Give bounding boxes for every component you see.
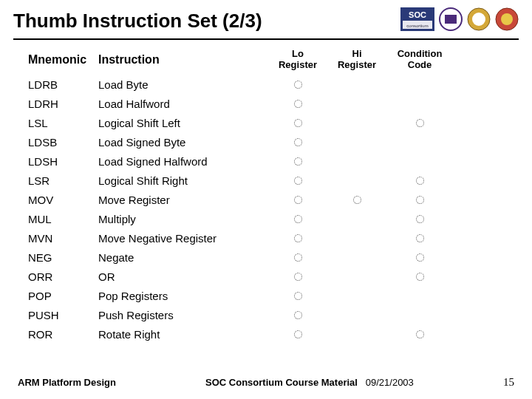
mnemonic-cell: MOV xyxy=(28,194,98,206)
condition-code-cell xyxy=(386,117,453,129)
instruction-cell: Logical Shift Left xyxy=(98,117,268,129)
table-row: LSLLogical Shift Left xyxy=(28,114,511,133)
instruction-cell: Push Registers xyxy=(98,309,268,321)
svg-point-9 xyxy=(501,13,513,25)
operand-marker-icon xyxy=(416,196,424,204)
operand-marker-icon xyxy=(416,253,424,262)
lo-register-cell xyxy=(268,232,327,245)
mnemonic-cell: LSR xyxy=(28,174,98,187)
lo-register-cell xyxy=(268,270,327,283)
operand-marker-icon xyxy=(294,311,302,319)
lo-register-cell xyxy=(268,290,327,302)
operand-marker-icon xyxy=(416,177,424,185)
instruction-cell: OR xyxy=(98,270,268,283)
table-row: LDRHLoad Halfword xyxy=(28,95,511,114)
condition-code-cell xyxy=(386,232,453,245)
operand-marker-icon xyxy=(294,81,302,89)
operand-marker-icon xyxy=(294,138,302,146)
lo-register-cell xyxy=(268,117,327,129)
mnemonic-cell: ROR xyxy=(28,328,98,341)
instruction-cell: Logical Shift Right xyxy=(98,174,268,187)
svg-rect-5 xyxy=(445,15,457,24)
table-row: LDSBLoad Signed Byte xyxy=(28,133,511,152)
title-rule xyxy=(13,38,519,40)
footer-center: SOC Consortium Course Material 09/21/200… xyxy=(116,377,503,388)
table-row: MOVMove Register xyxy=(28,191,511,210)
lo-register-cell xyxy=(268,155,327,168)
instruction-cell: Load Byte xyxy=(98,78,268,91)
instruction-cell: Load Halfword xyxy=(98,98,268,110)
mnemonic-cell: LSL xyxy=(28,117,98,129)
operand-marker-icon xyxy=(416,234,424,242)
instruction-cell: Rotate Right xyxy=(98,328,268,341)
slide-footer: ARM Platform Design SOC Consortium Cours… xyxy=(0,376,532,389)
table-row: MVNMove Negative Register xyxy=(28,229,511,248)
university-logo-1-icon xyxy=(439,7,463,34)
lo-register-cell xyxy=(268,98,327,110)
lo-register-cell xyxy=(268,78,327,91)
col-instruction: Instruction xyxy=(98,53,268,71)
university-logo-2-icon xyxy=(467,7,491,34)
page-title: Thumb Instruction Set (2/3) xyxy=(13,10,262,33)
mnemonic-cell: LDRH xyxy=(28,98,98,110)
instruction-cell: Pop Registers xyxy=(98,290,268,302)
instruction-cell: Load Signed Byte xyxy=(98,136,268,149)
mnemonic-cell: POP xyxy=(28,290,98,302)
table-row: MULMultiply xyxy=(28,210,511,229)
condition-code-cell xyxy=(386,174,453,187)
lo-register-cell xyxy=(268,251,327,264)
instruction-cell: Move Register xyxy=(98,194,268,206)
table-row: ORROR xyxy=(28,267,511,287)
lo-register-cell xyxy=(268,174,327,187)
operand-marker-icon xyxy=(294,100,302,108)
lo-register-cell xyxy=(268,309,327,321)
operand-marker-icon xyxy=(416,215,424,223)
operand-marker-icon xyxy=(294,119,302,127)
condition-code-cell xyxy=(386,213,453,225)
soc-logo-icon: SOCconsortium xyxy=(400,7,434,34)
mnemonic-cell: LDRB xyxy=(28,78,98,91)
operand-marker-icon xyxy=(294,273,302,281)
table-row: NEGNegate xyxy=(28,248,511,267)
operand-marker-icon xyxy=(416,119,424,127)
lo-register-cell xyxy=(268,213,327,225)
operand-marker-icon xyxy=(353,196,361,204)
table-row: RORRotate Right xyxy=(28,325,511,344)
lo-register-cell xyxy=(268,328,327,341)
instruction-cell: Multiply xyxy=(98,213,268,225)
operand-marker-icon xyxy=(416,273,424,281)
col-mnemonic: Mnemonic xyxy=(28,53,98,71)
table-row: PUSHPush Registers xyxy=(28,306,511,325)
svg-text:SOC: SOC xyxy=(409,10,426,19)
table-row: LDRBLoad Byte xyxy=(28,75,511,95)
mnemonic-cell: PUSH xyxy=(28,309,98,321)
table-row: LSRLogical Shift Right xyxy=(28,171,511,191)
operand-marker-icon xyxy=(416,330,424,338)
operand-marker-icon xyxy=(294,196,302,204)
footer-left: ARM Platform Design xyxy=(18,377,116,388)
operand-marker-icon xyxy=(294,177,302,185)
hi-register-cell xyxy=(327,194,386,206)
col-hi-register: HiRegister xyxy=(327,49,386,75)
svg-text:consortium: consortium xyxy=(406,24,428,28)
table-header: Mnemonic Instruction LoRegister HiRegist… xyxy=(28,49,511,75)
logo-row: SOCconsortium xyxy=(400,7,519,34)
instruction-cell: Load Signed Halfword xyxy=(98,155,268,168)
operand-marker-icon xyxy=(294,330,302,338)
lo-register-cell xyxy=(268,194,327,206)
svg-point-7 xyxy=(472,13,485,26)
condition-code-cell xyxy=(386,194,453,206)
operand-marker-icon xyxy=(294,157,302,166)
page-number: 15 xyxy=(503,376,514,389)
mnemonic-cell: LDSH xyxy=(28,155,98,168)
col-lo-register: LoRegister xyxy=(268,49,327,75)
operand-marker-icon xyxy=(294,253,302,262)
mnemonic-cell: MUL xyxy=(28,213,98,225)
mnemonic-cell: MVN xyxy=(28,232,98,245)
condition-code-cell xyxy=(386,251,453,264)
table-row: POPPop Registers xyxy=(28,287,511,306)
operand-marker-icon xyxy=(294,292,302,300)
col-condition-code: ConditionCode xyxy=(386,49,453,75)
instruction-cell: Move Negative Register xyxy=(98,232,268,245)
instruction-table: Mnemonic Instruction LoRegister HiRegist… xyxy=(0,44,532,344)
